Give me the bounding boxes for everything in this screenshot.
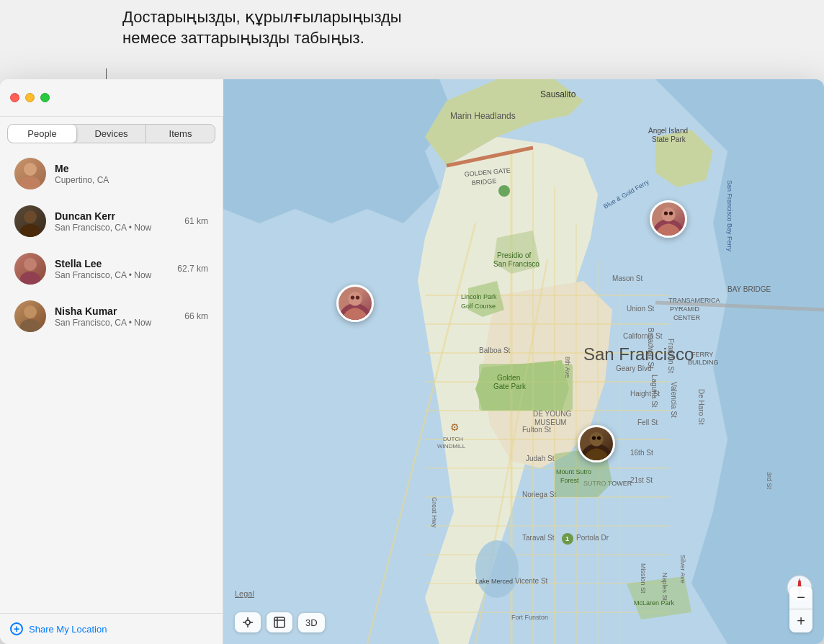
svg-text:Laguna St: Laguna St — [650, 375, 658, 408]
svg-text:BUILDING: BUILDING — [688, 359, 719, 366]
svg-text:Silver Ave: Silver Ave — [679, 555, 686, 583]
svg-text:BAY BRIDGE: BAY BRIDGE — [727, 285, 771, 293]
zoom-minus-button[interactable]: − — [789, 586, 812, 609]
person-distance-duncan: 61 km — [184, 216, 208, 226]
svg-text:Balboa St: Balboa St — [479, 346, 511, 354]
svg-point-7 — [20, 272, 40, 285]
map-svg: BAY BRIDGE GOLDEN GATE BRIDGE Golden Gat… — [223, 79, 824, 644]
person-location-me: Cupertino, CA — [55, 175, 208, 185]
map-controls: 3D — [235, 612, 325, 632]
svg-text:Portola Dr: Portola Dr — [576, 534, 609, 542]
svg-text:State Park: State Park — [652, 135, 686, 143]
svg-point-101 — [356, 295, 359, 299]
pin-avatar-stella — [336, 285, 374, 322]
3d-button[interactable]: 3D — [298, 613, 325, 632]
person-info-nisha: Nisha Kumar San Francisco, CA • Now — [55, 305, 179, 328]
list-item-stella[interactable]: Stella Lee San Francisco, CA • Now 62.7 … — [4, 246, 218, 292]
people-list: Me Cupertino, CA Duncan Kerr San Francis… — [0, 143, 223, 613]
svg-text:Fell St: Fell St — [637, 419, 658, 426]
titlebar — [0, 79, 223, 117]
svg-text:Golden: Golden — [497, 374, 520, 382]
app-window: People Devices Items Me Cupertino, CA — [0, 79, 824, 644]
svg-text:Angel Island: Angel Island — [648, 127, 688, 135]
svg-text:Broadway St: Broadway St — [647, 328, 655, 369]
tooltip-text: Достарыңызды, құрылғыларыңызды немесе за… — [122, 7, 402, 48]
svg-point-3 — [24, 210, 37, 223]
map-pin-stella[interactable] — [336, 285, 374, 322]
svg-text:PYRAMID: PYRAMID — [670, 305, 700, 313]
svg-text:3rd St: 3rd St — [766, 472, 773, 490]
person-location-stella: San Francisco, CA • Now — [55, 270, 171, 280]
share-icon: + — [10, 622, 23, 635]
list-item-duncan[interactable]: Duncan Kerr San Francisco, CA • Now 61 k… — [4, 198, 218, 244]
svg-text:Naples St: Naples St — [661, 573, 668, 601]
map-pin-duncan[interactable] — [578, 425, 615, 462]
person-name-nisha: Nisha Kumar — [55, 305, 179, 317]
svg-text:⚙: ⚙ — [450, 421, 460, 433]
svg-text:Vicente St: Vicente St — [515, 577, 548, 585]
svg-text:Taraval St: Taraval St — [522, 534, 555, 542]
person-name-stella: Stella Lee — [55, 258, 171, 269]
svg-text:Valencia St: Valencia St — [670, 382, 678, 418]
person-name-me: Me — [55, 163, 208, 174]
svg-point-110 — [246, 620, 250, 625]
svg-text:Marin Headlands: Marin Headlands — [450, 111, 516, 121]
svg-text:Mount Sutro: Mount Sutro — [556, 468, 591, 475]
svg-text:21st St: 21st St — [630, 476, 653, 484]
svg-text:San Francisco: San Francisco — [493, 260, 539, 268]
pin-avatar-duncan — [578, 425, 615, 462]
svg-text:Golf Course: Golf Course — [461, 303, 496, 310]
person-info-stella: Stella Lee San Francisco, CA • Now — [55, 258, 171, 280]
svg-text:Noriega St: Noriega St — [522, 491, 556, 498]
svg-text:N: N — [797, 580, 801, 585]
svg-text:Geary Blvd: Geary Blvd — [616, 365, 651, 372]
list-item-nisha[interactable]: Nisha Kumar San Francisco, CA • Now 66 k… — [4, 293, 218, 339]
svg-text:Presidio of: Presidio of — [497, 251, 531, 259]
location-button[interactable] — [235, 612, 261, 632]
maximize-button[interactable] — [40, 93, 50, 102]
tab-items[interactable]: Items — [146, 125, 215, 143]
share-location-button[interactable]: + Share My Location — [0, 613, 223, 644]
svg-text:FERRY: FERRY — [691, 351, 713, 358]
svg-text:1: 1 — [565, 535, 569, 542]
zoom-plus-button[interactable]: + — [789, 609, 812, 632]
tab-bar: People Devices Items — [7, 124, 215, 143]
person-location-nisha: San Francisco, CA • Now — [55, 318, 179, 328]
svg-text:Great Hwy: Great Hwy — [431, 497, 438, 528]
svg-text:Forest: Forest — [560, 477, 579, 484]
list-item-me[interactable]: Me Cupertino, CA — [4, 151, 218, 197]
person-info-duncan: Duncan Kerr San Francisco, CA • Now — [55, 210, 179, 233]
svg-point-10 — [20, 319, 40, 332]
svg-point-104 — [664, 211, 668, 215]
svg-point-109 — [597, 436, 601, 439]
person-info-me: Me Cupertino, CA — [55, 163, 208, 185]
svg-text:San Francisco: San Francisco — [583, 344, 694, 364]
map-type-button[interactable] — [267, 612, 292, 632]
svg-text:San Francisco Bay Ferry: San Francisco Bay Ferry — [726, 180, 733, 252]
svg-text:TRANSAMERICA: TRANSAMERICA — [668, 297, 720, 304]
svg-text:California St: California St — [623, 332, 663, 340]
avatar-me — [14, 158, 46, 189]
svg-text:DUTCH: DUTCH — [443, 436, 463, 442]
close-button[interactable] — [10, 93, 19, 102]
svg-text:De Haro St: De Haro St — [697, 389, 705, 425]
avatar-stella — [14, 253, 46, 285]
svg-point-52 — [498, 185, 510, 197]
avatar-nisha — [14, 300, 46, 332]
map-pin-stella2[interactable] — [650, 200, 687, 238]
map-area: BAY BRIDGE GOLDEN GATE BRIDGE Golden Gat… — [223, 79, 824, 644]
svg-text:DE YOUNG: DE YOUNG — [533, 410, 571, 418]
person-distance-stella: 62.7 km — [177, 264, 208, 274]
svg-text:Franklin St: Franklin St — [667, 339, 675, 373]
tab-people[interactable]: People — [8, 125, 77, 143]
svg-point-100 — [351, 295, 354, 299]
svg-point-107 — [589, 432, 603, 446]
legal-text[interactable]: Legal — [235, 589, 254, 598]
svg-text:Lincoln Park: Lincoln Park — [461, 293, 497, 300]
tab-devices[interactable]: Devices — [77, 125, 146, 143]
pin-avatar-stella2 — [650, 200, 687, 238]
svg-text:Union St: Union St — [627, 305, 655, 313]
svg-text:Fulton St: Fulton St — [522, 426, 551, 434]
minimize-button[interactable] — [25, 93, 35, 102]
svg-point-99 — [348, 292, 362, 305]
